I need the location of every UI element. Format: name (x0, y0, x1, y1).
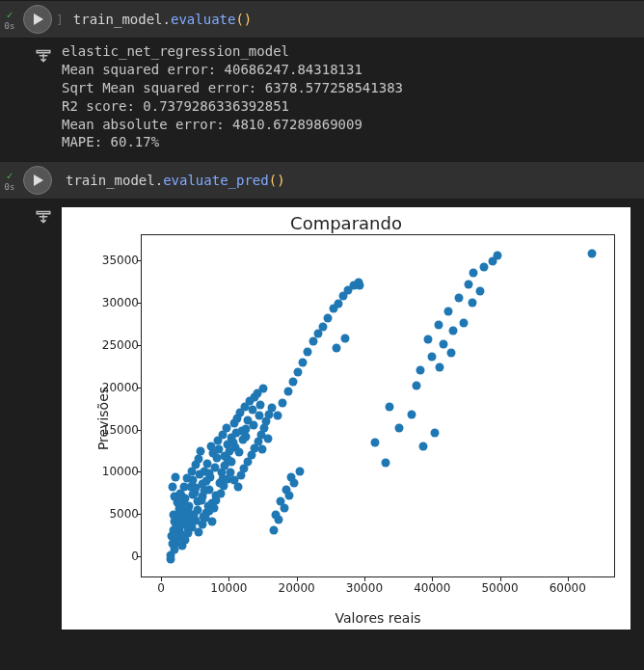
check-icon: ✓ (7, 10, 13, 20)
data-point (227, 468, 235, 476)
data-point (241, 424, 250, 433)
data-point (178, 519, 187, 527)
data-point (286, 472, 295, 481)
run-button[interactable] (23, 166, 52, 195)
data-point (476, 287, 485, 296)
svg-rect-1 (37, 212, 50, 214)
x-tick-label: 20000 (279, 581, 315, 595)
y-tick-label: 15000 (91, 423, 139, 437)
data-point (174, 500, 183, 509)
x-tick-label: 40000 (414, 581, 450, 595)
data-point (177, 492, 186, 500)
code-func: evaluate_pred (163, 173, 269, 188)
y-axis-label: Previsões (95, 387, 111, 450)
svg-rect-0 (37, 51, 50, 53)
data-point (299, 359, 308, 367)
x-axis-label: Valores reais (141, 610, 615, 626)
data-point (588, 249, 597, 257)
data-point (479, 262, 488, 271)
x-tick-label: 0 (157, 581, 165, 595)
data-point (235, 448, 244, 457)
data-point (385, 402, 393, 411)
data-point (459, 318, 468, 327)
data-point (223, 455, 231, 464)
data-point (272, 510, 281, 519)
data-point (195, 527, 203, 536)
x-tick-label: 50000 (481, 581, 518, 595)
data-point (258, 444, 267, 453)
play-icon (33, 174, 44, 186)
data-point (304, 347, 312, 356)
code-close-paren: ) (244, 12, 252, 27)
play-icon (33, 13, 44, 25)
scatter-chart: Comparando Previsões Valores reais 05000… (62, 207, 631, 630)
output-toggle-icon[interactable] (35, 46, 52, 67)
output-cell-2: Comparando Previsões Valores reais 05000… (0, 200, 644, 645)
data-point (436, 362, 444, 371)
data-point (258, 385, 267, 393)
data-point (371, 438, 380, 446)
data-point (273, 411, 282, 419)
data-point (205, 469, 214, 478)
chart-title: Comparando (62, 213, 631, 233)
data-point (263, 435, 272, 443)
x-tick-label: 30000 (346, 581, 383, 595)
data-point (277, 497, 285, 506)
data-point (449, 326, 458, 335)
y-tick-label: 20000 (91, 381, 139, 394)
output-toggle-icon[interactable] (35, 207, 52, 228)
y-tick-label: 10000 (91, 465, 139, 478)
out-line: R2 score: 0.7379286336392851 (62, 98, 289, 114)
data-point (468, 298, 476, 307)
code-cell-1[interactable]: ✓ 0s ] train_model.evaluate() (0, 0, 644, 39)
data-point (444, 307, 453, 315)
plot-area (141, 234, 615, 577)
data-point (334, 299, 342, 308)
data-point (412, 381, 420, 389)
data-point (295, 467, 304, 475)
data-point (470, 269, 478, 278)
data-point (494, 252, 502, 260)
data-point (195, 454, 203, 463)
data-point (439, 339, 447, 348)
out-line: Sqrt Mean squared error: 6378.5772585413… (62, 80, 403, 95)
code-close-paren: ) (277, 173, 284, 188)
run-button[interactable] (23, 5, 52, 34)
code-cell-2[interactable]: ✓ 0s train_model.evaluate_pred() (0, 161, 644, 200)
exec-time: 0s (5, 182, 15, 193)
code-line-2[interactable]: train_model.evaluate_pred() (52, 173, 285, 188)
data-point (226, 447, 234, 456)
out-line: Mean absolute error: 4810.67289869009 (62, 117, 362, 132)
data-point (324, 313, 333, 322)
data-point (395, 423, 404, 432)
data-point (282, 486, 290, 495)
code-line-1[interactable]: train_model.evaluate() (67, 12, 252, 27)
data-point (202, 477, 211, 486)
code-object: train_model (66, 173, 155, 188)
data-point (228, 438, 237, 446)
data-point (279, 399, 287, 408)
output-cell-1: elastic_net_regression_model Mean square… (0, 39, 644, 161)
data-point (180, 482, 189, 491)
notebook: ✓ 0s ] train_model.evaluate() elastic_ne… (0, 0, 644, 645)
data-point (197, 446, 205, 455)
out-line: Mean squared error: 40686247.84318131 (62, 62, 362, 77)
cell-status-1: ✓ 0s (0, 8, 19, 32)
data-point (238, 436, 247, 444)
y-tick-label: 30000 (91, 296, 139, 309)
data-point (288, 377, 297, 386)
data-point (354, 278, 362, 286)
data-point (200, 486, 208, 495)
exec-time: 0s (5, 21, 15, 32)
data-point (172, 472, 180, 481)
data-point (454, 293, 463, 302)
check-icon: ✓ (7, 171, 13, 181)
y-tick-label: 25000 (91, 338, 139, 352)
y-tick-label: 5000 (91, 507, 139, 521)
code-object: train_model (73, 12, 163, 27)
cell-status-2: ✓ 0s (0, 169, 19, 193)
data-point (416, 366, 424, 375)
data-point (233, 483, 242, 492)
data-point (424, 335, 433, 343)
code-dot: . (155, 173, 163, 188)
